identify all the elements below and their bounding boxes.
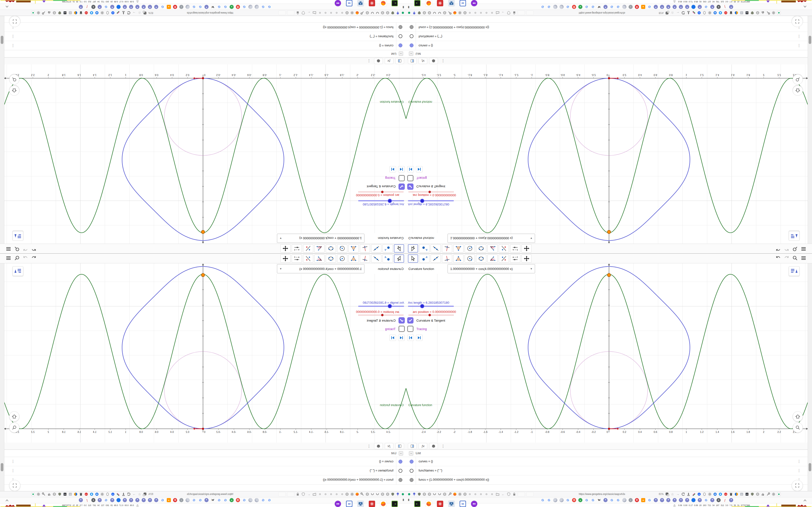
page-scrollbar[interactable] [0, 264, 4, 491]
bookmark-flake-icon[interactable]: * [123, 498, 127, 502]
fullscreen-button[interactable] [792, 480, 803, 491]
forward-arrow-icon[interactable]: → [132, 492, 136, 496]
wrench-icon[interactable] [448, 11, 452, 15]
gear-icon[interactable] [458, 492, 462, 496]
kebab-menu-icon[interactable]: ⋮ [367, 59, 371, 63]
algebra-row-funcs[interactable]: funcs = {1.000000000000 + cos(4.00000000… [406, 475, 808, 485]
bookmark-google-g-icon[interactable]: G [160, 498, 164, 502]
bookmark-orange-mountain-icon[interactable]: ▲ [167, 498, 171, 502]
search-button[interactable] [792, 255, 798, 261]
lock-icon[interactable] [512, 11, 516, 15]
folder-icon[interactable] [495, 492, 500, 496]
skip-end-button[interactable] [416, 335, 423, 341]
wrench-icon[interactable] [766, 11, 770, 15]
reload-icon[interactable] [127, 492, 131, 496]
firefox-icon[interactable] [355, 11, 359, 15]
hook-icon[interactable] [438, 492, 442, 496]
box-d-icon[interactable]: D [740, 11, 744, 15]
globe-color-icon[interactable] [734, 492, 738, 496]
arc-position-point[interactable] [202, 428, 204, 430]
zoom-indicator[interactable]: 81% [148, 12, 153, 14]
globe-icon[interactable] [755, 492, 760, 496]
bookmark-google-g-icon[interactable]: G [217, 5, 221, 9]
mouse-oval-icon[interactable] [106, 492, 110, 496]
tracing-checkbox[interactable] [399, 175, 405, 181]
bookmark-yandex-icon[interactable]: Я [572, 498, 576, 502]
bookmark-orange-mountain-icon[interactable]: ▲ [167, 5, 171, 9]
function-point[interactable] [201, 230, 205, 234]
bookmark-flake-icon[interactable]: * [685, 498, 689, 502]
kebab-menu-icon[interactable]: ⋮ [441, 444, 445, 448]
tool-reflect-about-line-button[interactable] [303, 244, 313, 252]
forward-arrow-icon[interactable]: → [132, 11, 136, 15]
bookmark-wikipedia-w-icon[interactable]: W [211, 5, 215, 9]
green-dot-panel-icon[interactable] [31, 11, 35, 15]
undo-button[interactable] [775, 255, 781, 261]
green-dot-icon[interactable] [407, 11, 411, 15]
bookmark-flake-icon[interactable]: * [729, 5, 733, 9]
shield-icon[interactable] [417, 11, 421, 15]
taskbar-red-gear-icon[interactable] [369, 501, 375, 507]
bookmark-yandex-icon[interactable]: Я [572, 5, 576, 9]
taskbar-red-gear-icon[interactable] [437, 0, 443, 6]
shield-icon[interactable] [58, 492, 62, 496]
taskbar-monitor-icon[interactable] [448, 501, 455, 507]
tool-perpendicular-line-button[interactable] [442, 244, 452, 252]
visibility-toggle-funcs[interactable] [399, 25, 402, 29]
bookmark-red-r-icon[interactable]: R [635, 498, 639, 502]
function-point[interactable] [607, 230, 611, 234]
taskbar-floppy-64-icon[interactable]: 64 [460, 0, 466, 6]
row-menu-icon[interactable]: ⋮ [11, 44, 15, 48]
bookmark-flake-icon[interactable]: * [660, 5, 664, 9]
taskbar-terminal-icon[interactable]: >_ [414, 501, 420, 507]
bookmark-gear-dark-icon[interactable]: + [91, 498, 95, 502]
folder-icon[interactable] [495, 11, 500, 15]
bookmark-sphere-icon[interactable] [255, 498, 259, 502]
tool-move-button[interactable] [394, 244, 404, 252]
bookmark-flake-icon[interactable]: * [729, 498, 733, 502]
bookmark-star-icon[interactable]: ☆ [138, 11, 142, 15]
graphics-view[interactable]: -2.4-2.2-2-1.8-1.6-1.4-1.2-1-0.8-0.6-0.4… [406, 64, 812, 243]
bookmark-google-g-icon[interactable]: G [267, 5, 271, 9]
tool-circle-center-point-button[interactable] [465, 255, 475, 263]
undo-button[interactable] [31, 255, 37, 261]
redo-button[interactable] [22, 255, 29, 261]
url-text[interactable]: https://www.geogebra.org/classic/aagcxh3… [187, 493, 233, 495]
shield-outline-icon[interactable] [507, 11, 511, 15]
dot-icon[interactable] [468, 11, 472, 15]
bookmark-function-f-icon[interactable]: f [85, 498, 89, 502]
zoom-indicator[interactable]: 81% [659, 12, 664, 14]
visibility-toggle-curves[interactable] [399, 44, 402, 47]
bookmark-flake-icon[interactable]: * [142, 5, 146, 9]
arc-length-slider-handle[interactable] [420, 199, 424, 203]
highlighter-icon[interactable] [692, 492, 696, 496]
dot-icon[interactable] [479, 11, 483, 15]
row-menu-icon[interactable]: ⋮ [797, 44, 801, 48]
translate-icon[interactable]: A [665, 11, 669, 15]
skip-end-button[interactable] [389, 335, 396, 341]
globe-icon[interactable] [427, 492, 432, 496]
home-button[interactable] [793, 411, 803, 421]
arc-position-point[interactable] [608, 77, 610, 79]
algebra-view-toggle-button[interactable] [12, 231, 23, 241]
skip-end-button[interactable] [416, 166, 423, 172]
skip-start-button[interactable] [398, 335, 405, 341]
taskbar-terminal-icon[interactable]: >_ [414, 0, 420, 6]
forward-arrow-icon[interactable]: → [676, 11, 680, 15]
gear-icon[interactable] [429, 443, 438, 449]
shield-icon[interactable] [391, 11, 395, 15]
menu-button[interactable] [800, 255, 807, 261]
arc-length-slider[interactable] [408, 306, 454, 307]
bookmark-flake-icon[interactable]: * [123, 5, 127, 9]
taskbar-firefox-icon[interactable] [425, 0, 432, 6]
menu-button[interactable] [5, 255, 12, 261]
algebra-row-funcnames[interactable]: funcNames = {" "} ⋮ [4, 466, 406, 475]
globe-icon[interactable] [386, 11, 390, 15]
bookmark-blue-dot-icon[interactable] [692, 5, 696, 9]
mouse-oval-icon[interactable] [702, 492, 706, 496]
taskbar-floppy-64-icon[interactable]: 64 [346, 501, 352, 507]
globe-icon[interactable] [345, 492, 349, 496]
bookmark-flake-icon[interactable]: * [672, 498, 677, 502]
add-circle-icon[interactable] [95, 492, 99, 496]
bookmark-google-g-icon[interactable]: G [591, 5, 595, 9]
